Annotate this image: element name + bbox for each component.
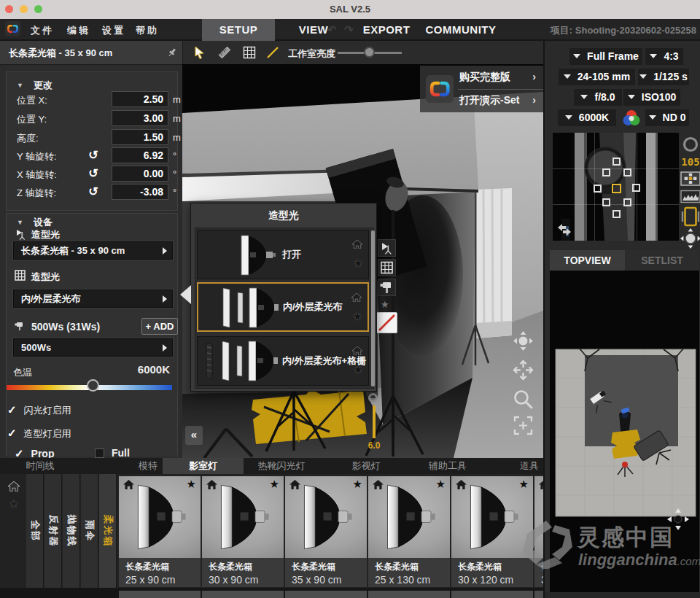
pan-control[interactable] bbox=[512, 359, 534, 381]
star-icon[interactable]: ★ bbox=[436, 478, 446, 491]
tab-props[interactable]: 道具 bbox=[508, 458, 543, 474]
category-softboxes[interactable]: 柔光箱 bbox=[99, 474, 117, 588]
light-type-dropdown[interactable]: 长条柔光箱 - 35 x 90 cm bbox=[13, 241, 173, 260]
swap-view-icon[interactable] bbox=[556, 223, 572, 236]
pin-icon[interactable] bbox=[166, 47, 178, 58]
star-icon[interactable]: ★ bbox=[270, 478, 279, 491]
modeling-enabled-checkbox[interactable]: ✓造型灯启用 bbox=[7, 427, 71, 440]
prop-checkbox[interactable]: ✓Prop bbox=[15, 447, 54, 458]
home-filter-icon[interactable] bbox=[8, 481, 20, 492]
menu-settings[interactable]: 设置 bbox=[102, 24, 125, 37]
ratio-dropdown[interactable]: 4:3 bbox=[645, 48, 683, 65]
softbox-card[interactable]: ★ 长条柔光箱 30 x 90 cm bbox=[202, 476, 284, 587]
open-demo-set-button[interactable]: 打开演示-Set› bbox=[459, 89, 543, 112]
popup-item-diffuser[interactable]: 内/外层柔光布 ★ bbox=[197, 282, 369, 332]
add-flash-button[interactable]: + ADD bbox=[141, 318, 178, 335]
star-icon[interactable]: ★ bbox=[519, 478, 529, 491]
tab-community[interactable]: COMMUNITY bbox=[423, 19, 499, 41]
nd-filter-dropdown[interactable]: ND 0 bbox=[645, 109, 689, 126]
power-dropdown[interactable]: 500Ws bbox=[13, 338, 173, 357]
transform-section-header[interactable]: ▼更改 bbox=[17, 79, 52, 92]
star-icon[interactable]: ★ bbox=[354, 257, 363, 270]
height-input[interactable]: 1.50 bbox=[112, 129, 168, 145]
tab-speedlights[interactable]: 热靴闪光灯 bbox=[245, 458, 318, 474]
orbit-control[interactable] bbox=[512, 330, 534, 352]
home-icon[interactable] bbox=[352, 346, 362, 355]
star-filter-icon[interactable]: ★ bbox=[6, 497, 22, 510]
popup-scrollbar[interactable] bbox=[371, 230, 375, 387]
focus-control[interactable] bbox=[512, 414, 534, 437]
studio-brightness-handle[interactable] bbox=[364, 47, 375, 58]
lens-dropdown[interactable]: 24-105 mm bbox=[559, 69, 635, 85]
collapse-panel-button[interactable]: « bbox=[185, 426, 203, 445]
category-reflectors[interactable]: 反射器 bbox=[44, 474, 62, 588]
camera-viewfinder[interactable] bbox=[553, 133, 679, 241]
shutter-dropdown[interactable]: 1/125 s bbox=[638, 69, 689, 85]
menu-help[interactable]: 帮助 bbox=[136, 24, 159, 37]
popup-item-open[interactable]: 打开 ★ bbox=[197, 230, 369, 279]
record-ring-icon[interactable] bbox=[680, 136, 700, 153]
home-icon[interactable] bbox=[351, 293, 362, 302]
star-icon[interactable]: ★ bbox=[187, 478, 196, 491]
star-icon[interactable]: ★ bbox=[353, 310, 362, 323]
softbox-card[interactable]: ★ 长条柔光箱 30 x 120 cm bbox=[451, 476, 533, 587]
undo-icon[interactable]: ↶ bbox=[327, 23, 337, 36]
category-umbrellas[interactable]: 雨伞 bbox=[81, 474, 98, 588]
liveview-icon[interactable] bbox=[680, 206, 700, 228]
select-tool-icon[interactable] bbox=[192, 45, 207, 60]
home-icon[interactable] bbox=[289, 480, 300, 489]
category-parabolic[interactable]: 抛物线 bbox=[63, 474, 80, 588]
light-height-slider-handle[interactable] bbox=[368, 393, 378, 403]
softbox-card[interactable]: ★ 长条柔光箱 25 x 90 cm bbox=[119, 476, 201, 587]
home-icon[interactable] bbox=[206, 480, 217, 489]
rotation-z-input[interactable]: -3.08 bbox=[112, 184, 168, 200]
aperture-dropdown[interactable]: f/8.0 bbox=[574, 89, 622, 106]
accessory-grid-button[interactable] bbox=[378, 259, 396, 276]
iso-dropdown[interactable]: ISO100 bbox=[623, 89, 680, 106]
buy-full-version-button[interactable]: 购买完整版› bbox=[459, 66, 543, 88]
reset-rotation-y-icon[interactable]: ↺ bbox=[85, 148, 101, 162]
tab-setlist[interactable]: SETLIST bbox=[625, 250, 699, 271]
tab-timeline[interactable]: 时间线 bbox=[11, 458, 69, 474]
rotation-y-input[interactable]: 6.92 bbox=[112, 147, 168, 163]
light-height-slider[interactable] bbox=[373, 405, 376, 438]
accessory-flash-button[interactable] bbox=[378, 279, 396, 296]
histogram-icon[interactable] bbox=[680, 190, 700, 203]
zoom-control[interactable] bbox=[512, 388, 534, 411]
accessory-favorite-star-icon[interactable]: ★ bbox=[381, 299, 389, 310]
tab-video-lights[interactable]: 影视灯 bbox=[337, 458, 395, 474]
position-x-input[interactable]: 2.50 bbox=[112, 91, 168, 107]
home-icon[interactable] bbox=[456, 480, 467, 489]
home-icon[interactable] bbox=[373, 480, 384, 489]
home-icon[interactable] bbox=[352, 240, 362, 249]
accessory-none-button[interactable] bbox=[376, 312, 397, 333]
tab-topview[interactable]: TOPVIEW bbox=[550, 250, 625, 271]
tab-export[interactable]: EXPORT bbox=[360, 19, 413, 41]
sensor-dropdown[interactable]: Full Frame bbox=[569, 48, 642, 65]
full-checkbox[interactable]: Full bbox=[95, 447, 130, 458]
af-point-selector-icon[interactable] bbox=[680, 171, 700, 187]
menu-edit[interactable]: 编辑 bbox=[67, 24, 90, 37]
redo-icon[interactable]: ↷ bbox=[344, 23, 354, 36]
category-all[interactable]: 全部 bbox=[26, 474, 44, 588]
measure-tool-icon[interactable] bbox=[217, 45, 232, 60]
flash-enabled-checkbox[interactable]: ✓闪光灯启用 bbox=[7, 403, 71, 417]
rgb-color-icon[interactable] bbox=[621, 109, 642, 128]
home-icon[interactable] bbox=[123, 480, 134, 489]
colortemp-slider-handle[interactable] bbox=[87, 379, 99, 392]
line-tool-icon[interactable] bbox=[265, 45, 280, 60]
accessory-light-button[interactable] bbox=[378, 239, 396, 257]
joystick-icon[interactable] bbox=[680, 228, 700, 249]
popup-item-grid[interactable]: 内/外层柔光布+格栅 ★ bbox=[197, 336, 369, 386]
modifier-dropdown[interactable]: 内/外层柔光布 bbox=[13, 290, 173, 308]
softbox-card[interactable]: ★ 长条柔光箱 30 bbox=[534, 476, 543, 587]
home-icon[interactable] bbox=[539, 480, 543, 489]
whitebalance-dropdown[interactable]: 6000K bbox=[558, 109, 616, 126]
menu-file[interactable]: 文件 bbox=[31, 24, 54, 37]
tab-tools[interactable]: 辅助工具 bbox=[419, 458, 477, 474]
tab-setup[interactable]: SETUP bbox=[202, 19, 275, 41]
grid-tool-icon[interactable] bbox=[242, 45, 257, 60]
rotation-x-input[interactable]: 0.00 bbox=[112, 166, 168, 182]
softbox-card[interactable]: ★ 长条柔光箱 35 x 90 cm bbox=[285, 476, 367, 587]
reset-rotation-x-icon[interactable]: ↺ bbox=[85, 166, 101, 180]
